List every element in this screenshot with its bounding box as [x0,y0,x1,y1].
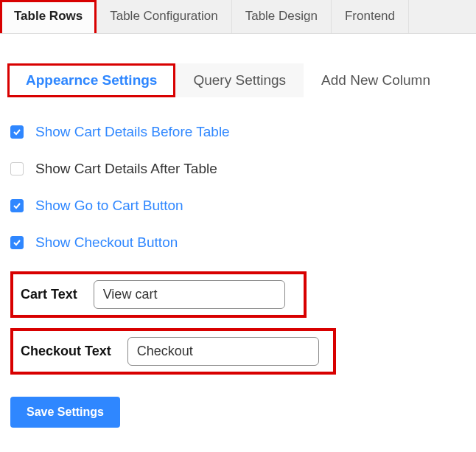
checkbox-show-cart-after[interactable] [10,162,24,175]
checkout-text-label: Checkout Text [21,344,111,359]
field-checkout-text: Checkout Text [10,328,336,375]
cart-text-label: Cart Text [21,287,77,302]
subtab-query-settings[interactable]: Query Settings [175,63,304,97]
checkout-text-input[interactable] [127,337,319,366]
sub-tabs: Appearnce Settings Query Settings Add Ne… [7,63,476,97]
subtab-appearance-settings[interactable]: Appearnce Settings [7,63,175,97]
settings-content: Show Cart Details Before Table Show Cart… [0,97,476,442]
tab-table-configuration[interactable]: Table Configuration [97,0,231,33]
label-show-cart-after[interactable]: Show Cart Details After Table [35,161,217,177]
tab-table-rows[interactable]: Table Rows [0,0,97,33]
tab-frontend[interactable]: Frontend [332,0,409,33]
checkbox-show-checkout[interactable] [10,236,24,249]
option-show-cart-after: Show Cart Details After Table [10,161,466,177]
cart-text-input[interactable] [94,280,285,309]
field-cart-text: Cart Text [10,271,307,318]
label-show-go-to-cart[interactable]: Show Go to Cart Button [35,198,183,214]
tab-table-design[interactable]: Table Design [232,0,332,33]
label-show-cart-before[interactable]: Show Cart Details Before Table [35,124,230,140]
checkbox-show-go-to-cart[interactable] [10,199,24,212]
option-show-checkout: Show Checkout Button [10,234,466,251]
option-show-go-to-cart: Show Go to Cart Button [10,198,466,214]
save-settings-button[interactable]: Save Settings [10,397,120,428]
subtab-add-new-column[interactable]: Add New Column [304,63,448,97]
option-show-cart-before: Show Cart Details Before Table [10,124,466,140]
top-tabs: Table Rows Table Configuration Table Des… [0,0,476,34]
label-show-checkout[interactable]: Show Checkout Button [35,234,178,251]
checkbox-show-cart-before[interactable] [10,125,24,139]
